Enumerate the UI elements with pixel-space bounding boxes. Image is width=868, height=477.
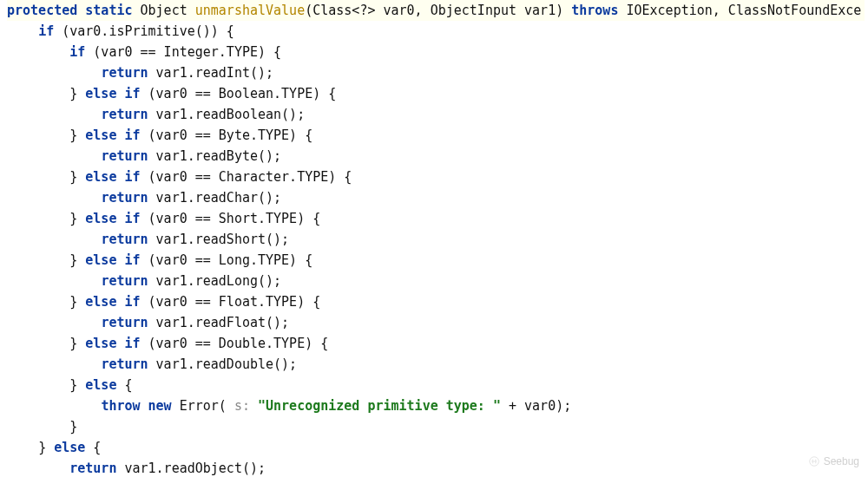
token-norm: Object	[141, 3, 195, 18]
token-norm: var1.readDouble();	[156, 356, 298, 372]
token-kw: else if	[85, 211, 140, 226]
token-norm: + var0);	[501, 398, 571, 414]
token-norm: }	[69, 211, 85, 226]
token-norm: }	[69, 419, 77, 435]
code-line: } else if (var0 == Double.TYPE) {	[7, 333, 865, 354]
token-mname: unmarshalValue	[195, 3, 305, 18]
token-kw: else if	[85, 336, 140, 351]
token-norm: (var0 == Byte.TYPE) {	[148, 127, 313, 143]
code-line: return var1.readBoolean();	[7, 104, 865, 125]
token-norm: var1.readObject();	[124, 461, 266, 476]
token-norm: var1.readBoolean();	[156, 107, 306, 122]
token-kw: else if	[85, 169, 140, 185]
code-editor: protected static Object unmarshalValue(C…	[0, 0, 868, 477]
token-kw: return	[101, 65, 148, 81]
token-kw: else	[85, 377, 116, 393]
code-line: }	[7, 416, 865, 437]
token-norm: (var0 == Short.TYPE) {	[148, 211, 321, 226]
token-kw: return	[101, 315, 148, 330]
code-line: return var1.readChar();	[7, 187, 865, 208]
token-norm: }	[69, 252, 85, 268]
code-line: } else if (var0 == Byte.TYPE) {	[7, 125, 865, 146]
code-line: return var1.readObject();	[7, 458, 865, 477]
token-kw: return	[101, 232, 148, 247]
token-norm: IOException, ClassNotFoundExce	[626, 3, 861, 18]
code-line: } else {	[7, 375, 865, 395]
token-norm: }	[69, 127, 85, 143]
code-line: } else if (var0 == Float.TYPE) {	[7, 291, 865, 312]
token-norm: (var0 == Integer.TYPE) {	[93, 44, 281, 60]
code-line: return var1.readByte();	[7, 146, 865, 167]
code-line: } else if (var0 == Boolean.TYPE) {	[7, 83, 865, 104]
code-line: } else if (var0 == Short.TYPE) {	[7, 208, 865, 229]
token-kw: else if	[85, 86, 140, 101]
token-kw: return	[101, 273, 148, 289]
code-line: return var1.readDouble();	[7, 354, 865, 375]
token-kw: static	[85, 3, 132, 18]
token-norm: (var0 == Long.TYPE) {	[148, 252, 313, 268]
code-line: } else if (var0 == Long.TYPE) {	[7, 250, 865, 271]
token-kw: return	[69, 461, 116, 476]
token-norm: (var0 == Double.TYPE) {	[148, 336, 329, 351]
token-hint: s:	[234, 398, 258, 414]
token-kw: return	[101, 190, 148, 206]
code-line: return var1.readFloat();	[7, 312, 865, 333]
token-norm: (var0 == Boolean.TYPE) {	[148, 86, 337, 101]
token-norm: var1.readLong();	[156, 273, 282, 289]
token-kw: return	[101, 356, 148, 372]
token-norm: {	[93, 440, 101, 455]
token-norm: (var0 == Float.TYPE) {	[148, 294, 321, 310]
token-norm: Error(	[180, 398, 234, 414]
token-norm: var1.readFloat();	[156, 315, 290, 330]
code-line: } else if (var0 == Character.TYPE) {	[7, 167, 865, 187]
token-kw: if	[38, 23, 54, 39]
token-norm: var1.readShort();	[156, 232, 290, 247]
token-kw: if	[69, 44, 85, 60]
token-kw: return	[101, 148, 148, 164]
token-kw: throws	[571, 3, 618, 18]
token-norm: var1.readInt();	[156, 65, 273, 81]
token-kw: return	[101, 107, 148, 122]
token-norm: }	[69, 336, 85, 351]
token-str: "Unrecognized primitive type: "	[258, 398, 501, 414]
code-line: return var1.readInt();	[7, 62, 865, 83]
token-norm: (var0 == Character.TYPE) {	[148, 169, 352, 185]
token-kw: else if	[85, 127, 140, 143]
token-kw: throw new	[101, 398, 171, 414]
code-line: return var1.readShort();	[7, 229, 865, 250]
token-norm: }	[69, 169, 85, 185]
code-line: if (var0.isPrimitive()) {	[7, 21, 865, 42]
code-line: } else {	[7, 437, 865, 458]
token-norm: (Class<?> var0, ObjectInput var1)	[305, 3, 571, 18]
token-norm: }	[69, 377, 85, 393]
code-line: protected static Object unmarshalValue(C…	[7, 0, 865, 21]
token-norm: var1.readChar();	[156, 190, 282, 206]
code-line: return var1.readLong();	[7, 271, 865, 291]
token-norm: }	[69, 86, 85, 101]
token-norm: }	[38, 440, 54, 455]
code-line: throw new Error( s: "Unrecognized primit…	[7, 395, 865, 416]
token-norm: }	[69, 294, 85, 310]
code-line: if (var0 == Integer.TYPE) {	[7, 42, 865, 62]
token-norm: (var0.isPrimitive()) {	[62, 23, 234, 39]
token-kw: else if	[85, 252, 140, 268]
token-kw: else	[54, 440, 85, 455]
token-norm: {	[124, 377, 132, 393]
token-kw: else if	[85, 294, 140, 310]
token-norm: var1.readByte();	[156, 148, 282, 164]
token-kw: protected	[7, 3, 77, 18]
